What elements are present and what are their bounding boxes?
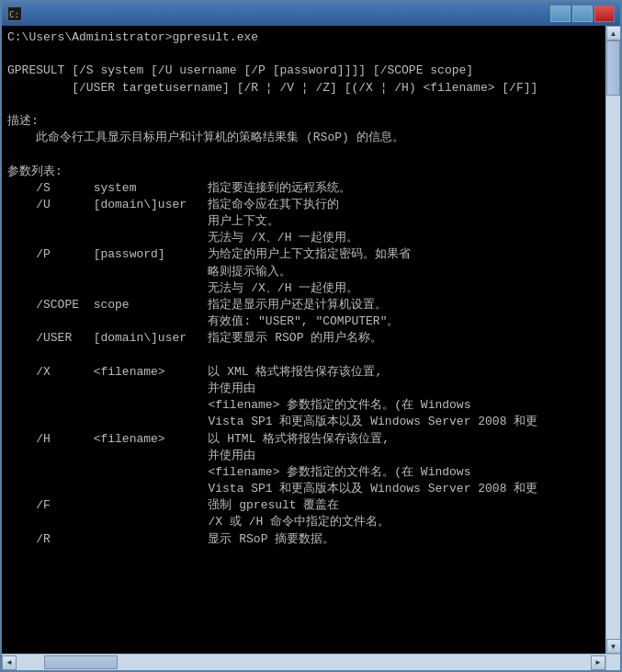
horizontal-scrollbar[interactable]: ◄ ►	[2, 654, 620, 670]
output-text: C:\Users\Administrator>gpresult.exe GPRE…	[7, 29, 602, 548]
svg-text:C:: C:	[9, 10, 19, 19]
h-scroll-thumb[interactable]	[44, 655, 118, 669]
maximize-button[interactable]	[572, 6, 593, 22]
scroll-right-button[interactable]: ►	[591, 655, 605, 670]
cmd-output[interactable]: C:\Users\Administrator>gpresult.exe GPRE…	[2, 26, 605, 654]
scroll-down-button[interactable]: ▼	[606, 639, 621, 654]
minimize-button[interactable]	[550, 6, 571, 22]
cmd-icon: C:	[7, 6, 22, 21]
scroll-up-button[interactable]: ▲	[606, 26, 621, 40]
vertical-scrollbar[interactable]: ▲ ▼	[605, 26, 620, 654]
h-scroll-track[interactable]	[17, 655, 591, 670]
close-button[interactable]	[594, 6, 615, 22]
cmd-body: C:\Users\Administrator>gpresult.exe GPRE…	[2, 26, 620, 654]
scroll-track[interactable]	[606, 40, 620, 639]
scroll-left-button[interactable]: ◄	[2, 655, 17, 670]
scroll-thumb[interactable]	[606, 40, 620, 96]
title-bar-left: C:	[7, 6, 28, 21]
window-controls	[550, 6, 615, 22]
scrollbar-corner	[605, 655, 620, 670]
title-bar: C:	[2, 2, 620, 26]
cmd-window: C: C:\Users\Administrator>gpresult.exe G…	[0, 0, 622, 672]
